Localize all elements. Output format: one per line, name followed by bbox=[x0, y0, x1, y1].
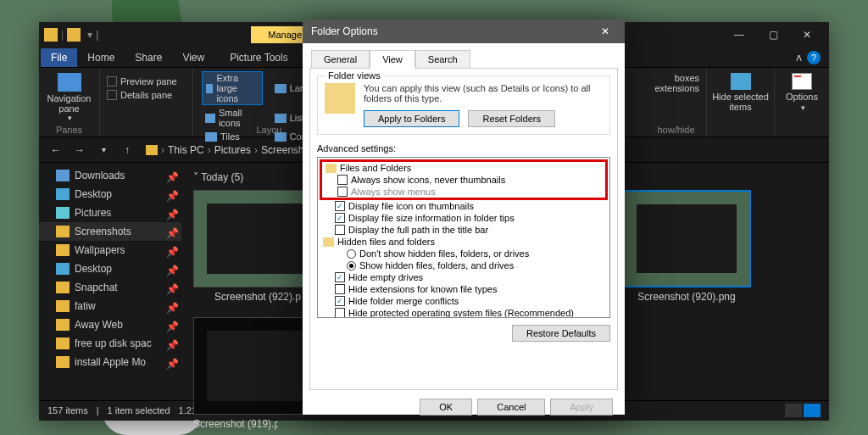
setting-label: Hide extensions for known file types bbox=[348, 284, 497, 294]
apply-to-folders-button[interactable]: Apply to Folders bbox=[364, 110, 459, 127]
preview-pane-toggle[interactable]: Preview pane bbox=[107, 75, 186, 88]
file-thumbnail[interactable]: Screenshot (919).p bbox=[193, 317, 278, 400]
setting-label: Hide protected operating system files (R… bbox=[348, 308, 574, 318]
settings-checkbox[interactable]: Always show icons, never thumbnails bbox=[322, 174, 605, 186]
sidebar-item-label: free up disk spac bbox=[75, 337, 152, 349]
checkbox-icon bbox=[335, 213, 345, 223]
details-pane-toggle[interactable]: Details pane bbox=[107, 88, 186, 102]
tab-view[interactable]: View bbox=[172, 48, 214, 67]
settings-checkbox[interactable]: Hide extensions for known file types bbox=[320, 283, 608, 295]
sidebar-item[interactable]: Wallpapers📌 bbox=[39, 241, 181, 259]
advanced-settings-list[interactable]: Files and FoldersAlways show icons, neve… bbox=[317, 157, 610, 318]
sidebar-item-label: fatiw bbox=[75, 300, 96, 312]
folder-views-group: Folder views You can apply this view (su… bbox=[317, 75, 610, 135]
item-count: 157 items bbox=[47, 405, 88, 415]
settings-header: Files and Folders bbox=[322, 162, 605, 174]
folder-icon bbox=[56, 282, 70, 293]
folder-icon bbox=[56, 319, 70, 331]
maximize-button[interactable]: ▢ bbox=[756, 23, 790, 47]
sidebar-item[interactable]: Snapchat📌 bbox=[39, 278, 181, 297]
collapse-ribbon-icon[interactable]: ʌ bbox=[796, 52, 802, 64]
dialog-title: Folder Options bbox=[311, 25, 378, 37]
sidebar-item-label: Snapchat bbox=[75, 282, 118, 293]
layout-xl-icons[interactable]: Extra large icons bbox=[202, 71, 263, 105]
settings-checkbox[interactable]: Always show menus bbox=[322, 186, 605, 198]
pin-icon: 📌 bbox=[166, 209, 175, 217]
selection-count: 1 item selected bbox=[108, 405, 170, 415]
sidebar-item[interactable]: Pictures📌 bbox=[39, 204, 181, 222]
navigation-sidebar: Downloads📌Desktop📌Pictures📌Screenshots📌W… bbox=[39, 163, 181, 400]
dialog-footer: OK Cancel Apply bbox=[303, 390, 625, 424]
settings-checkbox[interactable]: Display file size information in folder … bbox=[320, 212, 608, 224]
settings-header: Hidden files and folders bbox=[320, 236, 608, 248]
back-button[interactable]: ← bbox=[46, 140, 66, 160]
settings-radio[interactable]: Don't show hidden files, folders, or dri… bbox=[320, 248, 608, 259]
recent-button[interactable]: ▾ bbox=[93, 140, 114, 160]
sidebar-item[interactable]: Desktop📌 bbox=[39, 185, 181, 204]
up-button[interactable]: ↑ bbox=[117, 140, 137, 160]
setting-label: Display file icon on thumbnails bbox=[348, 201, 474, 211]
details-view-button[interactable] bbox=[785, 404, 802, 417]
folder-icon bbox=[44, 28, 58, 42]
pin-icon: 📌 bbox=[166, 339, 175, 348]
settings-checkbox[interactable]: Hide empty drives bbox=[320, 271, 608, 283]
sidebar-item[interactable]: free up disk spac📌 bbox=[39, 334, 181, 353]
pin-icon: 📌 bbox=[166, 227, 175, 236]
sidebar-item-label: install Apple Mo bbox=[75, 356, 146, 368]
sidebar-item[interactable]: fatiw📌 bbox=[39, 297, 181, 315]
sidebar-item-label: Away Web bbox=[75, 319, 123, 331]
tab-general[interactable]: General bbox=[311, 50, 370, 68]
apply-button[interactable]: Apply bbox=[550, 399, 613, 415]
dialog-titlebar[interactable]: Folder Options ✕ bbox=[303, 20, 625, 43]
sidebar-item[interactable]: Desktop📌 bbox=[39, 259, 181, 278]
tab-search[interactable]: Search bbox=[415, 50, 470, 68]
help-icon[interactable]: ? bbox=[807, 51, 821, 64]
navigation-pane-button[interactable]: Navigation pane ▾ bbox=[46, 70, 92, 125]
restore-defaults-button[interactable]: Restore Defaults bbox=[512, 325, 610, 342]
pin-icon: 📌 bbox=[166, 302, 175, 310]
hide-selected-button[interactable]: Hide selected items bbox=[714, 70, 767, 115]
pin-icon: 📌 bbox=[166, 190, 175, 198]
tab-home[interactable]: Home bbox=[77, 48, 125, 67]
reset-folders-button[interactable]: Reset Folders bbox=[468, 110, 554, 127]
sidebar-item-label: Desktop bbox=[75, 188, 112, 200]
settings-checkbox[interactable]: Hide protected operating system files (R… bbox=[320, 307, 608, 318]
extensions-label: extensions bbox=[653, 83, 699, 93]
close-button[interactable]: ✕ bbox=[790, 23, 824, 47]
close-icon[interactable]: ✕ bbox=[594, 25, 616, 37]
pin-icon: 📌 bbox=[166, 246, 175, 254]
folder-icon bbox=[56, 188, 70, 200]
folder-icon bbox=[56, 207, 70, 219]
pin-icon: 📌 bbox=[166, 171, 175, 180]
sidebar-item-label: Downloads bbox=[75, 170, 125, 181]
setting-label: Don't show hidden files, folders, or dri… bbox=[359, 248, 529, 259]
checkboxes-label: boxes bbox=[653, 73, 699, 83]
settings-checkbox[interactable]: Display file icon on thumbnails bbox=[320, 200, 608, 212]
settings-radio[interactable]: Show hidden files, folders, and drives bbox=[320, 259, 608, 271]
file-thumbnail[interactable]: Screenshot (920).png bbox=[622, 190, 751, 303]
breadcrumb-segment[interactable]: Pictures bbox=[214, 144, 251, 156]
breadcrumb[interactable]: › This PC › Pictures › Screenshots bbox=[141, 144, 323, 156]
settings-checkbox[interactable]: Display the full path in the title bar bbox=[320, 224, 608, 236]
tab-view[interactable]: View bbox=[370, 50, 415, 69]
options-button[interactable]: Options ▾ bbox=[782, 70, 822, 115]
folder-icon bbox=[67, 28, 81, 42]
tab-picture-tools[interactable]: Picture Tools bbox=[220, 48, 298, 67]
folder-options-dialog: Folder Options ✕ General View Search Fol… bbox=[303, 20, 625, 415]
tab-share[interactable]: Share bbox=[125, 48, 172, 67]
cancel-button[interactable]: Cancel bbox=[477, 399, 545, 415]
forward-button[interactable]: → bbox=[70, 140, 90, 160]
sidebar-item[interactable]: Downloads📌 bbox=[39, 166, 181, 185]
breadcrumb-segment[interactable]: This PC bbox=[168, 144, 204, 156]
sidebar-item-label: Screenshots bbox=[75, 226, 131, 237]
sidebar-item[interactable]: Away Web📌 bbox=[39, 315, 181, 334]
tab-file[interactable]: File bbox=[41, 48, 77, 67]
thumb-view-button[interactable] bbox=[804, 404, 821, 417]
sidebar-item[interactable]: Screenshots📌 bbox=[39, 222, 181, 241]
sidebar-item[interactable]: install Apple Mo📌 bbox=[39, 353, 181, 371]
checkbox-icon bbox=[335, 284, 345, 294]
setting-label: Always show menus bbox=[351, 187, 436, 197]
settings-checkbox[interactable]: Hide folder merge conflicts bbox=[320, 295, 608, 307]
ok-button[interactable]: OK bbox=[420, 399, 472, 415]
minimize-button[interactable]: — bbox=[722, 23, 756, 47]
